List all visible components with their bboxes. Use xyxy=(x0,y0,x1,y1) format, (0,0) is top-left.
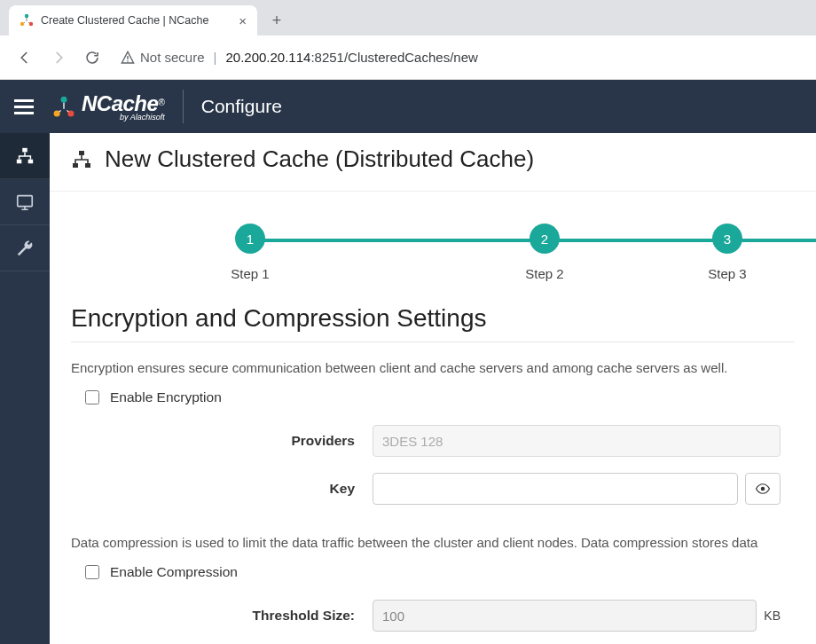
svg-rect-14 xyxy=(85,163,90,168)
page-title: New Clustered Cache (Distributed Cache) xyxy=(105,145,534,173)
svg-point-1 xyxy=(29,22,33,26)
sidebar-item-clustered-caches[interactable] xyxy=(0,133,50,179)
step-circle: 2 xyxy=(530,224,560,254)
monitor-icon xyxy=(15,192,35,212)
encryption-description: Encryption ensures secure communication … xyxy=(50,358,816,389)
threshold-unit: KB xyxy=(764,609,781,623)
step-label: Step 3 xyxy=(708,266,746,281)
svg-point-7 xyxy=(61,97,67,103)
browser-toolbar: Not secure | 20.200.20.114:8251/Clustere… xyxy=(0,35,816,80)
page-title-row: New Clustered Cache (Distributed Cache) xyxy=(50,133,816,192)
step-label: Step 1 xyxy=(231,266,269,281)
step-1[interactable]: 1 Step 1 xyxy=(103,224,397,281)
svg-point-2 xyxy=(25,14,28,18)
back-button[interactable] xyxy=(12,45,37,70)
svg-rect-4 xyxy=(127,60,128,61)
wrench-icon xyxy=(15,239,35,258)
step-circle: 3 xyxy=(712,224,742,254)
favicon-icon xyxy=(20,13,34,27)
svg-rect-8 xyxy=(22,147,27,152)
stepper: 1 Step 1 2 Step 2 3 Step 3 xyxy=(50,192,816,299)
browser-tab[interactable]: Create Clustered Cache | NCache × xyxy=(9,5,257,35)
eye-icon xyxy=(755,483,771,494)
enable-encryption-label: Enable Encryption xyxy=(110,389,222,405)
svg-rect-9 xyxy=(17,159,22,163)
enable-encryption-checkbox-row[interactable]: Enable Encryption xyxy=(50,389,816,421)
warning-icon xyxy=(121,51,135,65)
url-separator: | xyxy=(214,50,217,65)
threshold-input[interactable] xyxy=(373,600,757,632)
svg-rect-13 xyxy=(73,163,78,168)
sidebar-item-local-caches[interactable] xyxy=(0,179,50,225)
providers-label: Providers xyxy=(71,433,355,449)
divider xyxy=(183,90,184,123)
svg-rect-3 xyxy=(127,56,128,59)
tab-close-icon[interactable]: × xyxy=(239,13,247,28)
not-secure-label: Not secure xyxy=(140,50,205,65)
providers-select[interactable]: 3DES 128 xyxy=(373,425,781,457)
url-text: 20.200.20.114:8251/ClusteredCaches/new xyxy=(225,50,477,65)
browser-tab-strip: Create Clustered Cache | NCache × + xyxy=(0,0,816,35)
not-secure-indicator[interactable]: Not secure xyxy=(121,50,205,65)
logo-text: NCache xyxy=(82,91,158,115)
sidebar xyxy=(0,133,50,644)
cluster-icon xyxy=(71,149,92,170)
reload-button[interactable] xyxy=(80,45,105,70)
logo[interactable]: NCache® by Alachisoft xyxy=(51,91,165,122)
logo-icon xyxy=(51,94,76,119)
step-2[interactable]: 2 Step 2 xyxy=(397,224,692,281)
step-3[interactable]: 3 Step 3 xyxy=(692,224,763,281)
section-title: Encryption and Compression Settings xyxy=(50,299,816,342)
enable-encryption-checkbox[interactable] xyxy=(85,390,99,404)
enable-compression-label: Enable Compression xyxy=(110,564,238,580)
key-label: Key xyxy=(71,481,355,497)
divider xyxy=(71,342,795,342)
enable-compression-checkbox[interactable] xyxy=(85,565,99,579)
app-header: NCache® by Alachisoft Configure xyxy=(0,80,816,133)
reveal-key-button[interactable] xyxy=(745,473,781,505)
enable-compression-checkbox-row[interactable]: Enable Compression xyxy=(50,564,816,596)
forward-button[interactable] xyxy=(46,45,71,70)
step-label: Step 2 xyxy=(525,266,563,281)
breadcrumb: Configure xyxy=(201,96,282,117)
step-circle: 1 xyxy=(235,224,265,254)
address-bar[interactable]: Not secure | 20.200.20.114:8251/Clustere… xyxy=(114,50,804,65)
tab-title: Create Clustered Cache | NCache xyxy=(41,14,231,27)
svg-point-0 xyxy=(20,22,24,26)
key-input[interactable] xyxy=(373,473,738,505)
cluster-icon xyxy=(15,146,35,166)
svg-point-15 xyxy=(761,487,765,491)
compression-description: Data compression is used to limit the da… xyxy=(50,517,816,564)
new-tab-button[interactable]: + xyxy=(264,8,289,33)
threshold-label: Threshold Size: xyxy=(71,608,355,624)
svg-rect-11 xyxy=(18,195,33,206)
main-content: New Clustered Cache (Distributed Cache) … xyxy=(50,133,816,644)
sidebar-item-tools[interactable] xyxy=(0,225,50,271)
svg-rect-12 xyxy=(79,151,84,155)
menu-toggle-button[interactable] xyxy=(14,99,34,114)
svg-rect-10 xyxy=(28,159,33,163)
